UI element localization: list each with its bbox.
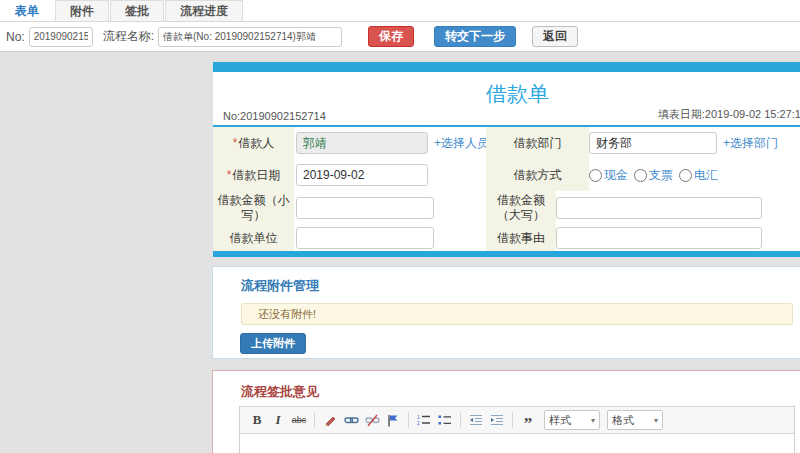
command-bar: No: 流程名称: 保存 转交下一步 返回 bbox=[0, 22, 800, 52]
no-attachments-alert: 还没有附件! bbox=[241, 303, 793, 325]
form-title: 借款单 bbox=[213, 72, 800, 105]
form-row-amounts: 借款金额（小写） 借款金额（大写） bbox=[213, 191, 800, 225]
select-person-link[interactable]: +选择人员 bbox=[434, 135, 489, 152]
department-label: 借款部门 bbox=[486, 127, 589, 159]
upload-attachment-button[interactable]: 上传附件 bbox=[240, 333, 306, 354]
amount-upper-label: 借款金额（大写） bbox=[486, 191, 556, 225]
attachments-panel: 流程附件管理 还没有附件! 上传附件 bbox=[212, 266, 800, 359]
radio-cash[interactable]: 现金 bbox=[589, 167, 628, 184]
unlink-icon[interactable] bbox=[363, 411, 381, 429]
blockquote-button[interactable]: ” bbox=[519, 411, 537, 429]
loan-method-radios: 现金 支票 电汇 bbox=[589, 167, 718, 184]
reason-input[interactable] bbox=[556, 227, 762, 249]
svg-text:2: 2 bbox=[417, 420, 420, 426]
anchor-flag-icon[interactable] bbox=[384, 411, 402, 429]
amount-upper-input[interactable] bbox=[556, 197, 762, 219]
svg-text:1: 1 bbox=[417, 414, 420, 420]
chevron-down-icon: ▾ bbox=[591, 416, 595, 425]
select-department-link[interactable]: +选择部门 bbox=[723, 135, 778, 152]
radio-wire[interactable]: 电汇 bbox=[679, 167, 718, 184]
radio-cash-input[interactable] bbox=[589, 169, 602, 182]
panel-top-bar bbox=[213, 62, 800, 72]
reason-label: 借款事由 bbox=[486, 225, 556, 251]
flow-name-label: 流程名称: bbox=[103, 28, 154, 45]
radio-wire-input[interactable] bbox=[679, 169, 692, 182]
no-label: No: bbox=[6, 30, 25, 44]
form-row-borrower: *借款人 +选择人员 借款部门 +选择部门 bbox=[213, 127, 800, 159]
link-icon[interactable] bbox=[342, 411, 360, 429]
italic-button[interactable]: I bbox=[269, 411, 287, 429]
forward-next-step-button[interactable]: 转交下一步 bbox=[434, 26, 516, 47]
loan-form-panel: 借款单 No:20190902152714 填表日期:2019-09-02 15… bbox=[212, 62, 800, 257]
attachments-heading: 流程附件管理 bbox=[213, 267, 800, 295]
panel-bottom-bar bbox=[213, 251, 800, 257]
tab-sign[interactable]: 签批 bbox=[110, 0, 164, 21]
bold-button[interactable]: B bbox=[248, 411, 266, 429]
radio-check[interactable]: 支票 bbox=[634, 167, 673, 184]
loan-method-label: 借款方式 bbox=[486, 159, 589, 191]
toolbar-separator bbox=[512, 412, 513, 428]
outdent-icon[interactable] bbox=[467, 411, 485, 429]
approval-heading: 流程签批意见 bbox=[213, 371, 800, 401]
toolbar-separator bbox=[460, 412, 461, 428]
form-fill-date: 填表日期:2019-09-02 15:27:14 bbox=[658, 107, 800, 122]
tab-progress[interactable]: 流程进度 bbox=[165, 0, 243, 21]
form-row-unit-reason: 借款单位 借款事由 bbox=[213, 225, 800, 251]
radio-check-input[interactable] bbox=[634, 169, 647, 182]
loan-date-input[interactable] bbox=[296, 164, 428, 186]
form-meta-row: No:20190902152714 填表日期:2019-09-02 15:27:… bbox=[213, 105, 800, 125]
remove-format-icon[interactable] bbox=[321, 411, 339, 429]
rich-text-editor: B I abc 12 bbox=[239, 406, 795, 453]
unit-input[interactable] bbox=[296, 227, 434, 249]
chevron-down-icon: ▾ bbox=[654, 416, 658, 425]
toolbar-separator bbox=[314, 412, 315, 428]
editor-toolbar: B I abc 12 bbox=[240, 407, 794, 434]
approval-panel: 流程签批意见 B I abc 12 bbox=[212, 370, 800, 453]
save-button[interactable]: 保存 bbox=[368, 26, 414, 47]
tab-bar: 表单 附件 签批 流程进度 bbox=[0, 0, 800, 22]
toolbar-separator bbox=[408, 412, 409, 428]
borrower-label: *借款人 bbox=[213, 127, 294, 159]
tab-attachments[interactable]: 附件 bbox=[55, 0, 109, 21]
bulleted-list-icon[interactable] bbox=[436, 411, 454, 429]
tab-form[interactable]: 表单 bbox=[0, 0, 54, 21]
department-input[interactable] bbox=[589, 132, 717, 154]
editor-content[interactable] bbox=[240, 434, 794, 453]
form-row-date-method: *借款日期 借款方式 现金 支票 电汇 bbox=[213, 159, 800, 191]
format-dropdown[interactable]: 格式 ▾ bbox=[607, 410, 663, 430]
amount-lower-input[interactable] bbox=[296, 197, 434, 219]
borrower-input[interactable] bbox=[296, 132, 428, 154]
form-number: No:20190902152714 bbox=[223, 110, 326, 122]
flow-name-input[interactable] bbox=[158, 27, 342, 47]
amount-lower-label: 借款金额（小写） bbox=[213, 191, 294, 225]
styles-dropdown[interactable]: 样式 ▾ bbox=[544, 410, 600, 430]
no-input[interactable] bbox=[29, 27, 93, 47]
indent-icon[interactable] bbox=[488, 411, 506, 429]
back-button[interactable]: 返回 bbox=[532, 26, 578, 47]
strikethrough-button[interactable]: abc bbox=[290, 411, 308, 429]
numbered-list-icon[interactable]: 12 bbox=[415, 411, 433, 429]
loan-date-label: *借款日期 bbox=[213, 159, 294, 191]
unit-label: 借款单位 bbox=[213, 225, 294, 251]
